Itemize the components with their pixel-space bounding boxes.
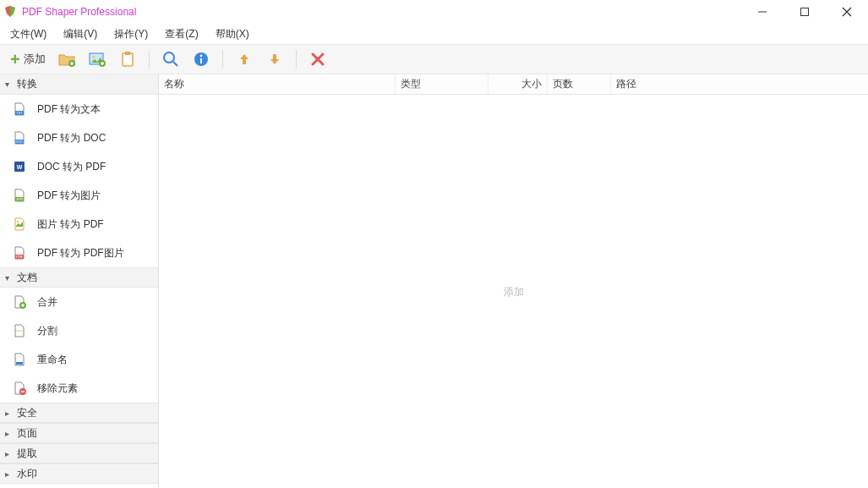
column-name[interactable]: 名称 bbox=[159, 74, 396, 94]
search-icon bbox=[161, 50, 180, 69]
sidebar-item-pdf-to-image[interactable]: JPG PDF 转为图片 bbox=[0, 181, 158, 210]
chevron-right-icon: ▸ bbox=[5, 429, 14, 438]
move-down-button[interactable] bbox=[262, 47, 287, 71]
svg-line-15 bbox=[173, 62, 177, 66]
remove-button[interactable] bbox=[305, 47, 330, 71]
svg-rect-12 bbox=[123, 53, 133, 66]
svg-rect-18 bbox=[200, 58, 202, 63]
empty-placeholder: 添加 bbox=[504, 284, 524, 299]
title-bar: PDF Shaper Professional bbox=[0, 0, 868, 24]
file-list-panel: 名称 类型 大小 页数 路径 添加 bbox=[159, 74, 868, 488]
column-type[interactable]: 类型 bbox=[396, 74, 489, 94]
add-image-button[interactable] bbox=[85, 47, 110, 71]
sidebar-item-label: PDF 转为 DOC bbox=[37, 131, 106, 145]
app-window: PDF Shaper Professional 文件(W) 编辑(V) 操作(Y… bbox=[0, 0, 868, 488]
sidebar-item-split[interactable]: 分割 bbox=[0, 316, 158, 345]
svg-text:DOC: DOC bbox=[16, 140, 24, 144]
sidebar-item-merge[interactable]: 合并 bbox=[0, 288, 158, 316]
window-controls bbox=[750, 3, 865, 20]
menu-edit[interactable]: 编辑(V) bbox=[60, 25, 101, 43]
svg-text:TXT: TXT bbox=[16, 111, 23, 115]
plus-icon: + bbox=[10, 51, 20, 68]
column-size[interactable]: 大小 bbox=[489, 74, 548, 94]
split-icon bbox=[12, 323, 27, 338]
sidebar-group-label: 安全 bbox=[17, 406, 37, 420]
sidebar-item-remove-elements[interactable]: 移除元素 bbox=[0, 374, 158, 403]
sidebar-item-label: 分割 bbox=[37, 324, 57, 338]
sidebar-item-label: 图片 转为 PDF bbox=[37, 217, 104, 232]
add-label: 添加 bbox=[24, 52, 46, 67]
sidebar-item-label: 重命名 bbox=[37, 353, 68, 367]
sidebar-group-label: 提取 bbox=[17, 447, 37, 461]
menu-action[interactable]: 操作(Y) bbox=[111, 25, 151, 43]
toolbar-separator bbox=[222, 50, 223, 69]
jpg-file-icon: JPG bbox=[12, 188, 27, 203]
menu-bar: 文件(W) 编辑(V) 操作(Y) 查看(Z) 帮助(X) bbox=[0, 24, 868, 44]
menu-help[interactable]: 帮助(X) bbox=[212, 25, 253, 43]
sidebar-item-pdf-to-pdfimage[interactable]: PDF PDF 转为 PDF图片 bbox=[0, 239, 158, 267]
sidebar-group-pages[interactable]: ▸ 页面 bbox=[0, 423, 158, 443]
toolbar: + 添加 bbox=[0, 44, 868, 74]
svg-point-8 bbox=[92, 55, 95, 58]
txt-file-icon: TXT bbox=[12, 101, 27, 117]
search-button[interactable] bbox=[158, 47, 183, 71]
svg-text:PDF: PDF bbox=[16, 255, 24, 259]
remove-elements-icon bbox=[12, 381, 27, 396]
sidebar-group-label: 文档 bbox=[17, 271, 37, 285]
maximize-button[interactable] bbox=[792, 3, 817, 20]
remove-icon bbox=[308, 50, 327, 69]
doc-file-icon: DOC bbox=[12, 130, 27, 145]
svg-point-14 bbox=[164, 52, 174, 63]
clipboard-icon bbox=[118, 50, 137, 69]
add-folder-button[interactable] bbox=[54, 47, 79, 71]
sidebar-item-rename[interactable]: 重命名 bbox=[0, 345, 158, 374]
app-title: PDF Shaper Professional bbox=[22, 6, 136, 18]
paste-button[interactable] bbox=[115, 47, 140, 71]
sidebar-item-pdf-to-text[interactable]: TXT PDF 转为文本 bbox=[0, 95, 158, 123]
sidebar-item-image-to-pdf[interactable]: 图片 转为 PDF bbox=[0, 210, 158, 239]
column-path[interactable]: 路径 bbox=[611, 74, 868, 94]
sidebar-item-label: PDF 转为图片 bbox=[37, 189, 101, 203]
pdf-file-icon: PDF bbox=[12, 245, 27, 260]
sidebar-group-label: 转换 bbox=[17, 77, 37, 91]
rename-icon bbox=[12, 352, 27, 367]
sidebar-group-document[interactable]: ▾ 文档 bbox=[0, 267, 158, 288]
toolbar-separator bbox=[296, 50, 297, 69]
info-button[interactable] bbox=[188, 47, 214, 71]
sidebar-item-label: PDF 转为 PDF图片 bbox=[37, 246, 124, 260]
toolbar-separator bbox=[149, 50, 150, 69]
sidebar-item-label: 移除元素 bbox=[37, 381, 78, 396]
sidebar-group-extract[interactable]: ▸ 提取 bbox=[0, 443, 158, 463]
sidebar-item-label: 合并 bbox=[37, 295, 57, 310]
image-plus-icon bbox=[88, 50, 106, 69]
folder-plus-icon bbox=[57, 50, 76, 69]
chevron-right-icon: ▸ bbox=[5, 469, 14, 479]
body: ▾ 转换 TXT PDF 转为文本 DOC PDF 转为 DOC W DOC 转… bbox=[0, 74, 868, 488]
arrow-down-icon bbox=[265, 50, 284, 69]
close-button[interactable] bbox=[834, 3, 860, 20]
menu-view[interactable]: 查看(Z) bbox=[161, 25, 201, 43]
minimize-button[interactable] bbox=[750, 3, 775, 20]
chevron-down-icon: ▾ bbox=[5, 80, 14, 89]
sidebar-group-security[interactable]: ▸ 安全 bbox=[0, 403, 158, 423]
arrow-up-icon bbox=[235, 50, 254, 69]
chevron-right-icon: ▸ bbox=[5, 449, 14, 458]
svg-point-29 bbox=[17, 221, 19, 222]
sidebar-item-pdf-to-doc[interactable]: DOC PDF 转为 DOC bbox=[0, 123, 158, 152]
column-pages[interactable]: 页数 bbox=[548, 74, 611, 94]
svg-rect-1 bbox=[801, 8, 809, 16]
svg-text:W: W bbox=[17, 164, 23, 170]
menu-file[interactable]: 文件(W) bbox=[7, 25, 50, 43]
merge-icon bbox=[12, 294, 27, 310]
sidebar-group-label: 水印 bbox=[17, 467, 37, 481]
sidebar-item-label: PDF 转为文本 bbox=[37, 102, 101, 117]
sidebar-group-watermark[interactable]: ▸ 水印 bbox=[0, 463, 158, 484]
word-file-icon: W bbox=[12, 159, 27, 174]
sidebar-item-doc-to-pdf[interactable]: W DOC 转为 PDF bbox=[0, 152, 158, 181]
move-up-button[interactable] bbox=[232, 47, 257, 71]
sidebar-group-label: 页面 bbox=[17, 426, 37, 441]
add-button[interactable]: + 添加 bbox=[7, 47, 49, 71]
sidebar-group-convert[interactable]: ▾ 转换 bbox=[0, 74, 158, 95]
svg-text:JPG: JPG bbox=[16, 197, 23, 201]
file-list-drop-area[interactable]: 添加 bbox=[159, 95, 868, 488]
